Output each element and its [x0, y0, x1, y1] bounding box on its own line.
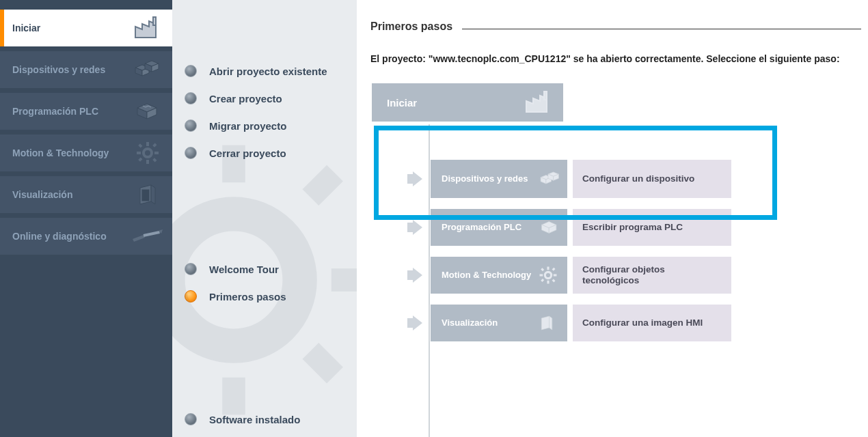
flow-step-action[interactable]: Escribir programa PLC: [573, 209, 731, 246]
gear-icon: [131, 139, 164, 167]
flow-step-category-label: Visualización: [442, 318, 498, 328]
actions-group-project: Abrir proyecto existente Crear proyecto …: [185, 57, 344, 167]
svg-rect-26: [554, 274, 557, 276]
action-label: Welcome Tour: [209, 264, 279, 275]
arrow-right-icon: [405, 313, 425, 333]
action-label: Migrar proyecto: [209, 120, 286, 132]
svg-rect-29: [552, 268, 556, 271]
flow-step-action-label: Escribir programa PLC: [582, 222, 683, 233]
nav-iniciar[interactable]: Iniciar: [0, 10, 172, 46]
bullet-icon: [185, 413, 197, 425]
svg-rect-21: [544, 91, 547, 100]
nav-label: Online y diagnóstico: [12, 231, 131, 242]
flow-step-category: Motion & Technology: [431, 257, 567, 294]
action-label: Software instalado: [209, 414, 300, 425]
gear-icon: [539, 266, 562, 285]
title-divider: [462, 29, 861, 29]
nav-label: Iniciar: [12, 23, 131, 34]
svg-rect-30: [541, 279, 544, 282]
action-welcome-tour[interactable]: Welcome Tour: [185, 255, 344, 283]
arrow-right-icon: [405, 217, 425, 238]
svg-rect-2: [146, 142, 149, 146]
flow-start-card[interactable]: Iniciar: [372, 83, 563, 122]
action-migrate-project[interactable]: Migrar proyecto: [185, 112, 344, 139]
plc-icon: [539, 218, 562, 236]
screen-icon: [539, 313, 562, 333]
devices-icon: [539, 169, 562, 188]
bullet-icon: [185, 290, 197, 302]
svg-rect-3: [146, 160, 149, 164]
devices-icon: [131, 56, 164, 83]
action-close-project[interactable]: Cerrar proyecto: [185, 139, 344, 167]
svg-rect-8: [152, 143, 157, 147]
svg-rect-6: [138, 143, 142, 147]
flow-start-label: Iniciar: [387, 97, 417, 109]
svg-rect-25: [540, 274, 543, 276]
action-label: Primeros pasos: [209, 291, 286, 302]
action-open-project[interactable]: Abrir proyecto existente: [185, 57, 344, 85]
flow-step-action[interactable]: Configurar una imagen HMI: [573, 305, 731, 341]
page-title: Primeros pasos: [370, 20, 452, 33]
action-label: Cerrar proyecto: [209, 147, 286, 159]
svg-rect-4: [137, 152, 141, 154]
svg-rect-7: [152, 158, 157, 162]
factory-icon: [522, 89, 555, 116]
main-content: Primeros pasos El proyecto: "www.tecnopl…: [357, 0, 868, 437]
nav-online[interactable]: Online y diagnóstico: [0, 218, 172, 255]
svg-rect-28: [552, 279, 556, 283]
action-create-project[interactable]: Crear proyecto: [185, 85, 344, 112]
actions-group-info: Software instalado Ayuda: [185, 406, 344, 437]
flow-step-category-label: Dispositivos y redes: [442, 174, 528, 184]
svg-rect-5: [154, 152, 159, 154]
flow-step-category: Visualización: [431, 305, 567, 341]
action-label: Crear proyecto: [209, 93, 282, 104]
nav-label: Programación PLC: [12, 106, 131, 117]
flow-step-action[interactable]: Configurar un dispositivo: [573, 160, 731, 198]
flow-step-category: Dispositivos y redes: [431, 160, 567, 198]
actions-group-help: Welcome Tour Primeros pasos: [185, 255, 344, 310]
nav-visualizacion[interactable]: Visualización: [0, 176, 172, 213]
flow-step-action-label: Configurar objetos tecnológicos: [582, 264, 722, 285]
svg-rect-27: [541, 268, 544, 271]
nav-motion[interactable]: Motion & Technology: [0, 135, 172, 171]
flow-step-category: Programación PLC: [431, 209, 567, 246]
flow-step-motion[interactable]: Motion & Technology Configurar objetos t…: [405, 257, 861, 294]
svg-rect-11: [144, 231, 160, 237]
svg-point-22: [545, 272, 551, 278]
sidebar-nav: Iniciar Dispositivos y redes: [0, 0, 172, 437]
svg-rect-24: [547, 281, 549, 284]
bullet-icon: [185, 65, 197, 77]
action-first-steps[interactable]: Primeros pasos: [185, 283, 344, 310]
flow-step-action-label: Configurar una imagen HMI: [582, 318, 703, 328]
screwdriver-icon: [131, 223, 164, 250]
bullet-icon: [185, 147, 197, 159]
info-message: El proyecto: "www.tecnoplc.com_CPU1212" …: [370, 53, 861, 64]
svg-rect-23: [547, 267, 549, 270]
flow-step-devices[interactable]: Dispositivos y redes Configurar un dispo…: [405, 160, 861, 198]
svg-point-1: [144, 149, 152, 157]
action-label: Abrir proyecto existente: [209, 66, 327, 77]
flow-diagram: Iniciar Dispositivos y redes: [370, 83, 861, 341]
svg-rect-9: [138, 157, 142, 161]
nav-programacion[interactable]: Programación PLC: [0, 93, 172, 130]
nav-label: Visualización: [12, 189, 131, 201]
flow-step-action[interactable]: Configurar objetos tecnológicos: [573, 257, 731, 294]
flow-step-action-label: Configurar un dispositivo: [582, 173, 694, 184]
arrow-right-icon: [405, 169, 425, 189]
flow-step-visual[interactable]: Visualización Configurar una imagen HMI: [405, 305, 861, 341]
nav-label: Dispositivos y redes: [12, 64, 131, 76]
svg-rect-10: [142, 190, 149, 201]
action-help[interactable]: Ayuda: [185, 433, 344, 437]
action-installed-software[interactable]: Software instalado: [185, 406, 344, 433]
svg-rect-0: [153, 17, 156, 25]
actions-panel: Abrir proyecto existente Crear proyecto …: [172, 0, 357, 437]
nav-dispositivos[interactable]: Dispositivos y redes: [0, 51, 172, 88]
factory-icon: [131, 14, 164, 42]
bullet-icon: [185, 263, 197, 275]
flow-step-category-label: Programación PLC: [442, 223, 521, 233]
flow-step-plc[interactable]: Programación PLC Escribir programa PLC: [405, 209, 861, 246]
arrow-right-icon: [405, 265, 425, 285]
bullet-icon: [185, 92, 197, 104]
plc-icon: [131, 98, 164, 125]
flow-step-category-label: Motion & Technology: [442, 270, 531, 281]
